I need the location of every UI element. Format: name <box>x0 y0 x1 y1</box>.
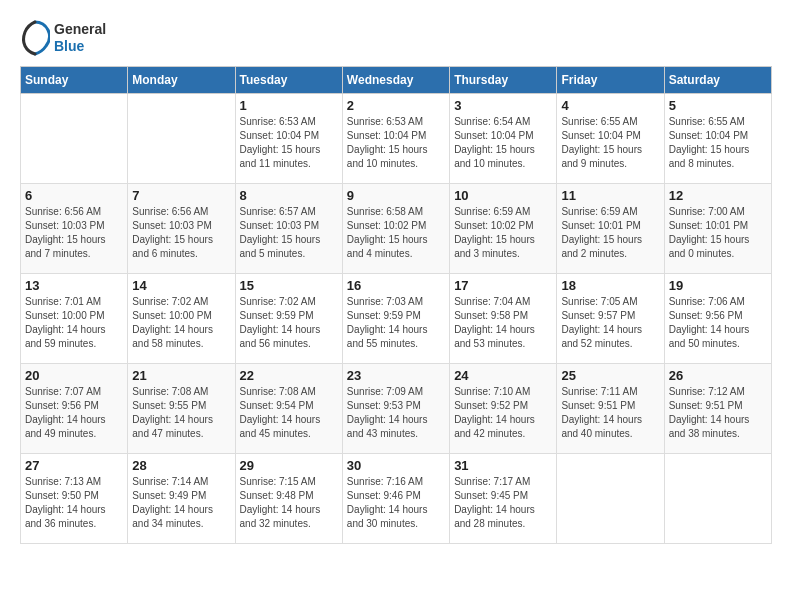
day-info: Sunrise: 7:10 AM Sunset: 9:52 PM Dayligh… <box>454 385 552 441</box>
day-cell: 2Sunrise: 6:53 AM Sunset: 10:04 PM Dayli… <box>342 94 449 184</box>
day-cell: 1Sunrise: 6:53 AM Sunset: 10:04 PM Dayli… <box>235 94 342 184</box>
page-header: GeneralBlue <box>20 20 772 56</box>
day-cell: 21Sunrise: 7:08 AM Sunset: 9:55 PM Dayli… <box>128 364 235 454</box>
day-number: 24 <box>454 368 552 383</box>
weekday-header-row: SundayMondayTuesdayWednesdayThursdayFrid… <box>21 67 772 94</box>
day-number: 2 <box>347 98 445 113</box>
day-cell: 3Sunrise: 6:54 AM Sunset: 10:04 PM Dayli… <box>450 94 557 184</box>
weekday-header-tuesday: Tuesday <box>235 67 342 94</box>
day-info: Sunrise: 7:01 AM Sunset: 10:00 PM Daylig… <box>25 295 123 351</box>
day-number: 9 <box>347 188 445 203</box>
day-cell: 28Sunrise: 7:14 AM Sunset: 9:49 PM Dayli… <box>128 454 235 544</box>
day-info: Sunrise: 7:12 AM Sunset: 9:51 PM Dayligh… <box>669 385 767 441</box>
day-info: Sunrise: 6:55 AM Sunset: 10:04 PM Daylig… <box>561 115 659 171</box>
day-cell: 29Sunrise: 7:15 AM Sunset: 9:48 PM Dayli… <box>235 454 342 544</box>
logo: GeneralBlue <box>20 20 106 56</box>
day-number: 3 <box>454 98 552 113</box>
day-number: 20 <box>25 368 123 383</box>
day-cell: 31Sunrise: 7:17 AM Sunset: 9:45 PM Dayli… <box>450 454 557 544</box>
day-cell: 25Sunrise: 7:11 AM Sunset: 9:51 PM Dayli… <box>557 364 664 454</box>
day-number: 1 <box>240 98 338 113</box>
day-cell: 23Sunrise: 7:09 AM Sunset: 9:53 PM Dayli… <box>342 364 449 454</box>
day-cell <box>21 94 128 184</box>
day-info: Sunrise: 6:58 AM Sunset: 10:02 PM Daylig… <box>347 205 445 261</box>
day-number: 11 <box>561 188 659 203</box>
day-info: Sunrise: 6:59 AM Sunset: 10:02 PM Daylig… <box>454 205 552 261</box>
day-cell: 19Sunrise: 7:06 AM Sunset: 9:56 PM Dayli… <box>664 274 771 364</box>
day-info: Sunrise: 7:14 AM Sunset: 9:49 PM Dayligh… <box>132 475 230 531</box>
day-cell: 4Sunrise: 6:55 AM Sunset: 10:04 PM Dayli… <box>557 94 664 184</box>
weekday-header-thursday: Thursday <box>450 67 557 94</box>
day-info: Sunrise: 7:16 AM Sunset: 9:46 PM Dayligh… <box>347 475 445 531</box>
day-cell <box>128 94 235 184</box>
day-cell: 13Sunrise: 7:01 AM Sunset: 10:00 PM Dayl… <box>21 274 128 364</box>
day-number: 25 <box>561 368 659 383</box>
logo-icon <box>20 20 50 56</box>
day-number: 26 <box>669 368 767 383</box>
calendar-table: SundayMondayTuesdayWednesdayThursdayFrid… <box>20 66 772 544</box>
day-number: 16 <box>347 278 445 293</box>
weekday-header-wednesday: Wednesday <box>342 67 449 94</box>
day-cell: 7Sunrise: 6:56 AM Sunset: 10:03 PM Dayli… <box>128 184 235 274</box>
day-number: 8 <box>240 188 338 203</box>
day-cell: 22Sunrise: 7:08 AM Sunset: 9:54 PM Dayli… <box>235 364 342 454</box>
day-cell: 24Sunrise: 7:10 AM Sunset: 9:52 PM Dayli… <box>450 364 557 454</box>
day-info: Sunrise: 6:53 AM Sunset: 10:04 PM Daylig… <box>347 115 445 171</box>
day-info: Sunrise: 6:53 AM Sunset: 10:04 PM Daylig… <box>240 115 338 171</box>
day-cell: 15Sunrise: 7:02 AM Sunset: 9:59 PM Dayli… <box>235 274 342 364</box>
day-info: Sunrise: 7:07 AM Sunset: 9:56 PM Dayligh… <box>25 385 123 441</box>
day-info: Sunrise: 7:15 AM Sunset: 9:48 PM Dayligh… <box>240 475 338 531</box>
day-number: 4 <box>561 98 659 113</box>
day-number: 28 <box>132 458 230 473</box>
week-row-4: 20Sunrise: 7:07 AM Sunset: 9:56 PM Dayli… <box>21 364 772 454</box>
day-info: Sunrise: 7:02 AM Sunset: 9:59 PM Dayligh… <box>240 295 338 351</box>
day-info: Sunrise: 7:02 AM Sunset: 10:00 PM Daylig… <box>132 295 230 351</box>
day-number: 5 <box>669 98 767 113</box>
day-number: 27 <box>25 458 123 473</box>
day-cell: 26Sunrise: 7:12 AM Sunset: 9:51 PM Dayli… <box>664 364 771 454</box>
day-info: Sunrise: 6:55 AM Sunset: 10:04 PM Daylig… <box>669 115 767 171</box>
day-number: 6 <box>25 188 123 203</box>
weekday-header-friday: Friday <box>557 67 664 94</box>
day-cell: 6Sunrise: 6:56 AM Sunset: 10:03 PM Dayli… <box>21 184 128 274</box>
day-number: 7 <box>132 188 230 203</box>
day-cell: 20Sunrise: 7:07 AM Sunset: 9:56 PM Dayli… <box>21 364 128 454</box>
day-cell: 17Sunrise: 7:04 AM Sunset: 9:58 PM Dayli… <box>450 274 557 364</box>
day-number: 15 <box>240 278 338 293</box>
day-number: 18 <box>561 278 659 293</box>
day-cell: 30Sunrise: 7:16 AM Sunset: 9:46 PM Dayli… <box>342 454 449 544</box>
day-number: 29 <box>240 458 338 473</box>
weekday-header-monday: Monday <box>128 67 235 94</box>
day-number: 22 <box>240 368 338 383</box>
day-info: Sunrise: 7:09 AM Sunset: 9:53 PM Dayligh… <box>347 385 445 441</box>
day-number: 10 <box>454 188 552 203</box>
day-cell: 11Sunrise: 6:59 AM Sunset: 10:01 PM Dayl… <box>557 184 664 274</box>
day-cell: 10Sunrise: 6:59 AM Sunset: 10:02 PM Dayl… <box>450 184 557 274</box>
day-number: 23 <box>347 368 445 383</box>
day-info: Sunrise: 7:08 AM Sunset: 9:54 PM Dayligh… <box>240 385 338 441</box>
day-info: Sunrise: 6:56 AM Sunset: 10:03 PM Daylig… <box>25 205 123 261</box>
day-info: Sunrise: 7:05 AM Sunset: 9:57 PM Dayligh… <box>561 295 659 351</box>
day-info: Sunrise: 7:06 AM Sunset: 9:56 PM Dayligh… <box>669 295 767 351</box>
day-cell: 5Sunrise: 6:55 AM Sunset: 10:04 PM Dayli… <box>664 94 771 184</box>
day-info: Sunrise: 7:04 AM Sunset: 9:58 PM Dayligh… <box>454 295 552 351</box>
week-row-1: 1Sunrise: 6:53 AM Sunset: 10:04 PM Dayli… <box>21 94 772 184</box>
day-cell: 8Sunrise: 6:57 AM Sunset: 10:03 PM Dayli… <box>235 184 342 274</box>
day-info: Sunrise: 6:56 AM Sunset: 10:03 PM Daylig… <box>132 205 230 261</box>
day-cell <box>557 454 664 544</box>
day-number: 17 <box>454 278 552 293</box>
day-info: Sunrise: 6:57 AM Sunset: 10:03 PM Daylig… <box>240 205 338 261</box>
day-cell <box>664 454 771 544</box>
day-info: Sunrise: 7:08 AM Sunset: 9:55 PM Dayligh… <box>132 385 230 441</box>
day-info: Sunrise: 7:13 AM Sunset: 9:50 PM Dayligh… <box>25 475 123 531</box>
day-number: 21 <box>132 368 230 383</box>
day-info: Sunrise: 7:03 AM Sunset: 9:59 PM Dayligh… <box>347 295 445 351</box>
day-cell: 27Sunrise: 7:13 AM Sunset: 9:50 PM Dayli… <box>21 454 128 544</box>
day-number: 31 <box>454 458 552 473</box>
day-cell: 14Sunrise: 7:02 AM Sunset: 10:00 PM Dayl… <box>128 274 235 364</box>
weekday-header-saturday: Saturday <box>664 67 771 94</box>
day-info: Sunrise: 7:17 AM Sunset: 9:45 PM Dayligh… <box>454 475 552 531</box>
day-number: 13 <box>25 278 123 293</box>
day-info: Sunrise: 7:11 AM Sunset: 9:51 PM Dayligh… <box>561 385 659 441</box>
weekday-header-sunday: Sunday <box>21 67 128 94</box>
